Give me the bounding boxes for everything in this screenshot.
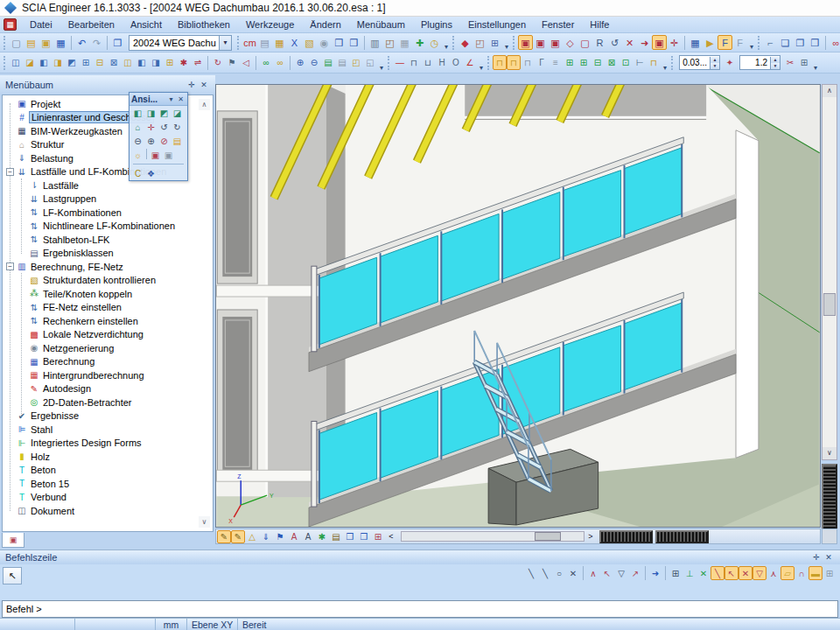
section-icon[interactable]: ◩ xyxy=(65,55,79,70)
toolbar-grip[interactable] xyxy=(487,56,490,70)
snap-arc-icon[interactable]: ∩ xyxy=(794,566,808,580)
pan-control-horizontal-2[interactable] xyxy=(655,530,709,543)
new-file-icon[interactable]: ▢ xyxy=(9,35,24,50)
snap-midpoint-icon[interactable]: ▽ xyxy=(614,566,628,580)
rotate-node-icon[interactable]: ↻ xyxy=(211,55,225,70)
tree-item-berechnung-fe-netz[interactable]: −▥Berechnung, FE-Netz xyxy=(3,260,213,274)
section-icon[interactable]: ◧ xyxy=(135,55,149,70)
vertical-scrollbar[interactable]: ∧ ∨ xyxy=(822,84,837,460)
tree-item-rechenkern-einstellen[interactable]: ⇅Rechenkern einstellen xyxy=(3,314,213,328)
snap-branch-icon[interactable]: ⋏ xyxy=(766,566,780,580)
section-icon[interactable]: ⊟ xyxy=(93,55,107,70)
view-left-icon[interactable]: ◩ xyxy=(158,107,171,119)
tree-item-lokale-netzverdichtung[interactable]: ▩Lokale Netzverdichtung xyxy=(3,328,213,342)
snap-perpendicular-icon[interactable]: ⊥ xyxy=(682,566,696,580)
toolbar-grip[interactable] xyxy=(452,36,455,50)
scroll-down-icon[interactable]: ∨ xyxy=(822,447,836,459)
cursor-snap-icon[interactable]: ➜ xyxy=(648,566,662,580)
column-icon[interactable]: Γ xyxy=(535,55,549,70)
beam-icon[interactable]: ⊓ xyxy=(493,55,507,70)
section-icon[interactable]: ◪ xyxy=(23,55,37,70)
swap-icon[interactable]: ⇌ xyxy=(191,55,205,70)
label-display-icon[interactable]: ⚑ xyxy=(273,530,287,543)
split-window-icon[interactable]: ❐ xyxy=(793,35,808,50)
toolbar-grip[interactable] xyxy=(758,36,760,50)
snap-grid-icon[interactable]: ⊞ xyxy=(668,566,682,580)
layers-grey-icon[interactable]: ▤ xyxy=(335,55,349,70)
window-display-icon[interactable]: ❒ xyxy=(343,530,357,543)
pin-icon[interactable]: ✛ xyxy=(186,80,198,89)
grid-icon[interactable]: ⊞ xyxy=(487,35,502,50)
view-right-icon[interactable]: ◪ xyxy=(171,107,184,119)
snap-size-spinner[interactable]: 0.03...▲▼ xyxy=(679,55,720,70)
scale-spinner[interactable]: 1.2▲▼ xyxy=(739,55,780,70)
clip-box-icon[interactable]: ✎ xyxy=(217,530,231,543)
text-big-icon[interactable]: A xyxy=(301,530,315,543)
node-icon[interactable]: ✱ xyxy=(177,55,191,70)
window-display2-icon[interactable]: ❒ xyxy=(357,530,371,543)
snap-intersection-icon[interactable]: ✕ xyxy=(696,566,710,580)
expander-minus-icon[interactable]: − xyxy=(6,168,14,176)
menu-datei[interactable]: Datei xyxy=(22,18,60,32)
layers-icon[interactable]: ▤ xyxy=(257,35,272,50)
tree-item-strukturdaten-kontrollieren[interactable]: ▧Strukturdaten kontrollieren xyxy=(3,274,213,288)
opening-icon[interactable]: ⊟ xyxy=(591,55,605,70)
tree-item-lastgruppen[interactable]: ⇊Lastgruppen xyxy=(3,192,213,206)
camera2-icon[interactable]: ▣ xyxy=(162,149,175,161)
tree-item-berechnung[interactable]: ▦Berechnung xyxy=(3,355,213,369)
tree-item-netzgenerierung[interactable]: ◉Netzgenerierung xyxy=(3,341,213,355)
scia-menu-icon[interactable]: ▦ xyxy=(4,18,17,31)
plate2-icon[interactable]: ⊞ xyxy=(577,55,591,70)
menu-tree-tab[interactable]: ▣ xyxy=(2,533,24,548)
snap-delete-icon[interactable]: ✕ xyxy=(566,566,580,580)
chevron-down-icon[interactable]: ▾ xyxy=(219,36,231,50)
snap-line-icon[interactable]: ╲ xyxy=(524,566,538,580)
scroll-left-icon[interactable]: < xyxy=(385,530,397,543)
horizontal-scrollbar[interactable] xyxy=(401,531,584,542)
snap-ortho-icon[interactable]: ▬ xyxy=(808,566,822,580)
menu--ndern[interactable]: Ändern xyxy=(302,18,348,32)
select-rect-icon[interactable]: ▢ xyxy=(578,35,592,50)
window-icon[interactable]: ❐ xyxy=(110,35,125,50)
history-icon[interactable]: ◷ xyxy=(427,35,442,50)
toolbar-grip[interactable] xyxy=(4,36,6,50)
save-view-icon[interactable]: ▦ xyxy=(688,35,703,50)
corner-icon[interactable]: ⌐ xyxy=(763,35,778,50)
preview-icon[interactable]: ◰ xyxy=(382,35,397,50)
plate-icon[interactable]: ⊞ xyxy=(563,55,577,70)
load-display-icon[interactable]: ⇓ xyxy=(259,530,273,543)
select-add-icon[interactable]: ▣ xyxy=(533,35,548,50)
tree-item-dokument[interactable]: ◫Dokument xyxy=(3,504,213,518)
tree-item-lf-kombinationen[interactable]: ⇅LF-Kombinationen xyxy=(3,206,213,220)
tree-item-verbund[interactable]: TVerbund xyxy=(3,491,213,505)
tree-item-integriertes-design-forms[interactable]: ⊩Integriertes Design Forms xyxy=(3,437,213,451)
o-section-icon[interactable]: O xyxy=(449,55,463,70)
haunch-icon[interactable]: ⊓ xyxy=(647,55,661,70)
select-previous-icon[interactable]: ↺ xyxy=(607,35,622,50)
project-select[interactable]: 20024 WEG Dachu▾ xyxy=(129,35,232,51)
snap-circle-icon[interactable]: ○ xyxy=(552,566,566,580)
camera-icon[interactable]: ▣ xyxy=(149,149,162,161)
units-icon[interactable]: cm xyxy=(242,35,257,50)
calc-icon[interactable]: ▦ xyxy=(397,35,412,50)
menu-bibliotheken[interactable]: Bibliotheken xyxy=(170,18,238,32)
rotate-right-icon[interactable]: ↻ xyxy=(171,121,184,133)
spin-up-icon[interactable]: ▲ xyxy=(771,57,780,63)
crosshair-icon[interactable]: ✛ xyxy=(667,35,682,50)
toolbar-grip[interactable] xyxy=(671,56,674,70)
zoom-window-icon[interactable]: ⊘ xyxy=(158,135,171,147)
export-view-icon[interactable]: ▶ xyxy=(703,35,718,50)
section-icon[interactable]: ⊠ xyxy=(107,55,121,70)
calculator-icon[interactable]: ▦ xyxy=(272,35,287,50)
open-file-icon[interactable]: ▤ xyxy=(24,35,38,50)
command-input[interactable]: Befehl > xyxy=(2,600,838,618)
view-back-icon[interactable]: ◨ xyxy=(144,107,158,119)
section-icon[interactable]: ◧ xyxy=(37,55,51,70)
slab-icon[interactable]: ≡ xyxy=(549,55,563,70)
menu-plugins[interactable]: Plugins xyxy=(413,18,460,32)
section-icon[interactable]: ◫ xyxy=(121,55,135,70)
save-icon[interactable]: ▦ xyxy=(53,35,68,50)
section-icon[interactable]: ⊞ xyxy=(79,55,93,70)
menu-ansicht[interactable]: Ansicht xyxy=(122,18,170,32)
filter-off-icon[interactable]: F xyxy=(732,35,747,50)
